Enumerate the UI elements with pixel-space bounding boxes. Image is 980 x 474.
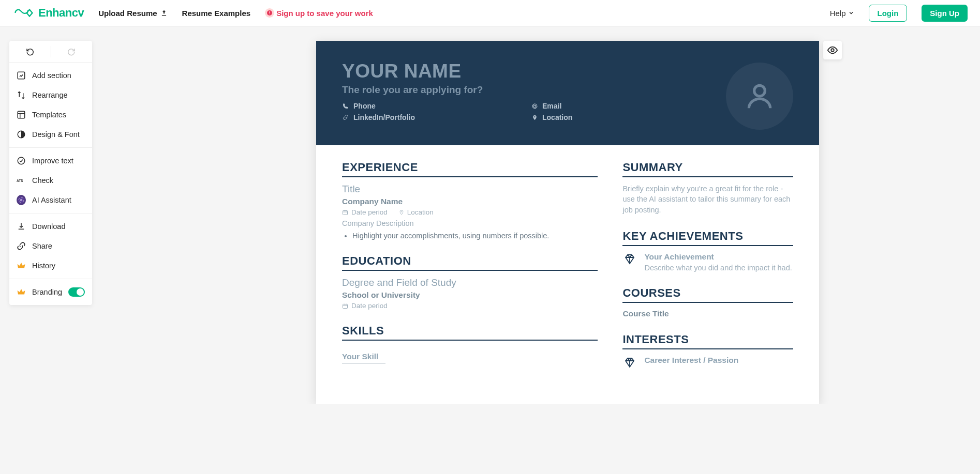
- experience-heading: EXPERIENCE: [342, 161, 598, 174]
- achievements-section[interactable]: KEY ACHIEVEMENTS Your Achievement Descri…: [622, 230, 793, 272]
- diamond-icon: [622, 253, 637, 272]
- email-icon: [531, 102, 538, 110]
- svg-point-12: [754, 85, 765, 96]
- upload-icon: [160, 9, 168, 17]
- education-degree-field[interactable]: Degree and Field of Study: [342, 277, 598, 288]
- undo-button[interactable]: [9, 47, 51, 56]
- svg-rect-1: [270, 11, 270, 13]
- undo-icon: [25, 47, 35, 56]
- summary-heading: SUMMARY: [622, 161, 793, 174]
- resume-header[interactable]: YOUR NAME The role you are applying for?…: [316, 41, 819, 145]
- share-icon: [17, 241, 26, 251]
- svg-rect-4: [18, 111, 25, 118]
- education-school-field[interactable]: School or University: [342, 290, 598, 300]
- calendar-icon: [342, 209, 348, 216]
- courses-section[interactable]: COURSES Course Title: [622, 286, 793, 318]
- skills-heading: SKILLS: [342, 324, 598, 338]
- eye-icon: [827, 44, 838, 56]
- sidebar-design-font[interactable]: Design & Font: [9, 125, 92, 144]
- ai-icon: [17, 195, 26, 205]
- redo-button[interactable]: [51, 47, 93, 56]
- logo[interactable]: Enhancv: [12, 6, 84, 20]
- achievement-title-field[interactable]: Your Achievement: [644, 252, 792, 262]
- svg-text:ATS: ATS: [17, 179, 23, 182]
- email-field[interactable]: Email: [531, 102, 704, 110]
- help-menu[interactable]: Help: [830, 9, 854, 18]
- link-icon: [342, 114, 349, 121]
- experience-bullet[interactable]: Highlight your accomplishments, using nu…: [352, 232, 598, 240]
- svg-point-6: [18, 157, 25, 164]
- sidebar-ai-assistant[interactable]: AI Assistant: [9, 190, 92, 210]
- sidebar-templates[interactable]: Templates: [9, 105, 92, 125]
- role-field[interactable]: The role you are applying for?: [342, 84, 710, 96]
- sidebar-history[interactable]: History: [9, 256, 92, 276]
- linkedin-field[interactable]: LinkedIn/Portfolio: [342, 113, 515, 121]
- rearrange-icon: [17, 90, 26, 100]
- person-icon: [744, 80, 776, 112]
- sidebar-branding[interactable]: Branding: [9, 282, 92, 302]
- phone-field[interactable]: Phone: [342, 102, 515, 110]
- sidebar-add-section[interactable]: Add section: [9, 66, 92, 85]
- interest-field[interactable]: Career Interest / Passion: [644, 356, 738, 369]
- svg-rect-2: [270, 14, 270, 14]
- sidebar-share[interactable]: Share: [9, 236, 92, 256]
- location-field[interactable]: Location: [531, 113, 704, 121]
- design-icon: [17, 130, 26, 139]
- login-button[interactable]: Login: [869, 5, 908, 22]
- achievements-heading: KEY ACHIEVEMENTS: [622, 230, 793, 243]
- skill-field[interactable]: Your Skill: [342, 349, 385, 364]
- save-warning-group[interactable]: Sign up to save your work: [265, 8, 373, 18]
- experience-title-field[interactable]: Title: [342, 184, 598, 195]
- experience-description-field[interactable]: Company Description: [342, 219, 598, 227]
- svg-point-8: [21, 200, 22, 201]
- sidebar-check[interactable]: ATS Check: [9, 171, 92, 190]
- templates-icon: [17, 110, 26, 119]
- name-field[interactable]: YOUR NAME: [342, 60, 710, 82]
- resume-examples-link[interactable]: Resume Examples: [182, 9, 251, 18]
- save-warning-text: Sign up to save your work: [276, 9, 373, 18]
- experience-company-field[interactable]: Company Name: [342, 197, 598, 206]
- svg-point-14: [401, 211, 402, 212]
- pin-icon: [531, 114, 538, 121]
- preview-button[interactable]: [823, 41, 842, 59]
- calendar-icon: [342, 303, 348, 309]
- summary-section[interactable]: SUMMARY Briefly explain why you're a gre…: [622, 161, 793, 215]
- course-title-field[interactable]: Course Title: [622, 309, 793, 318]
- sidebar: Add section Rearrange Templates Design &…: [9, 41, 92, 305]
- avatar-placeholder[interactable]: [726, 63, 793, 130]
- branding-toggle[interactable]: [68, 287, 85, 297]
- svg-rect-15: [343, 304, 348, 308]
- resume-canvas[interactable]: YOUR NAME The role you are applying for?…: [316, 41, 819, 404]
- sidebar-improve-text[interactable]: Improve text: [9, 151, 92, 171]
- redo-icon: [67, 47, 76, 56]
- diamond-icon: [622, 357, 637, 369]
- summary-field[interactable]: Briefly explain why you're a great fit f…: [622, 184, 793, 215]
- experience-date-field[interactable]: Date period: [342, 208, 388, 216]
- sidebar-download[interactable]: Download: [9, 217, 92, 236]
- alert-icon: [265, 8, 274, 18]
- signup-button[interactable]: Sign Up: [922, 5, 968, 22]
- education-date-field[interactable]: Date period: [342, 302, 388, 310]
- experience-section[interactable]: EXPERIENCE Title Company Name Date perio…: [342, 161, 598, 240]
- check-icon: ATS: [17, 176, 26, 185]
- top-nav: Enhancv Upload Resume Resume Examples Si…: [0, 0, 980, 26]
- logo-text: Enhancv: [38, 6, 84, 20]
- improve-icon: [17, 156, 26, 165]
- crown-icon: [17, 287, 26, 297]
- svg-rect-13: [343, 210, 348, 215]
- svg-point-9: [831, 49, 834, 52]
- education-heading: EDUCATION: [342, 254, 598, 268]
- chevron-down-icon: [848, 10, 854, 16]
- education-section[interactable]: EDUCATION Degree and Field of Study Scho…: [342, 254, 598, 310]
- upload-resume-link[interactable]: Upload Resume: [98, 9, 167, 18]
- experience-location-field[interactable]: Location: [399, 208, 434, 216]
- courses-heading: COURSES: [622, 286, 793, 300]
- pin-icon: [399, 209, 404, 216]
- crown-icon: [17, 261, 26, 270]
- download-icon: [17, 222, 26, 231]
- skills-section[interactable]: SKILLS Your Skill: [342, 324, 598, 364]
- sidebar-rearrange[interactable]: Rearrange: [9, 85, 92, 105]
- interests-section[interactable]: INTERESTS Career Interest / Passion: [622, 333, 793, 369]
- logo-icon: [12, 7, 35, 19]
- achievement-desc-field[interactable]: Describe what you did and the impact it …: [644, 264, 792, 272]
